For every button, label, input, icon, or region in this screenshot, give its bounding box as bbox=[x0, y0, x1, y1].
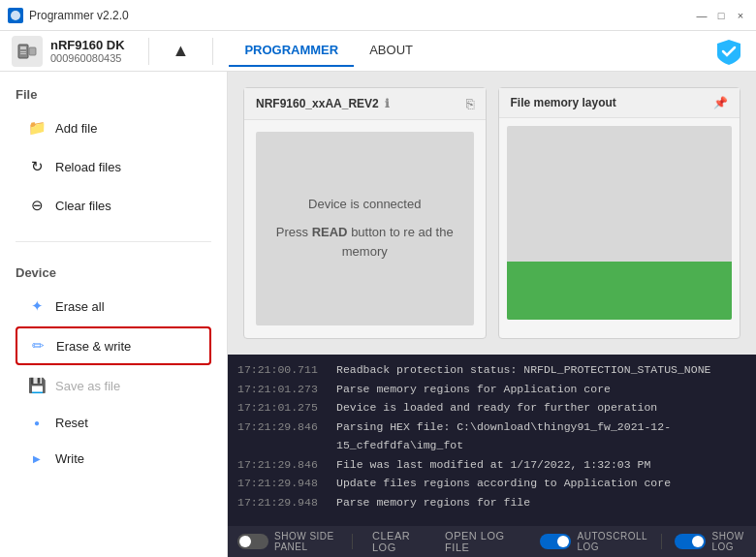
log-line: 17:21:29.846 File was last modified at 1… bbox=[237, 455, 746, 475]
log-time: 17:21:29.948 bbox=[237, 474, 325, 493]
reset-button[interactable]: ● Reset bbox=[16, 406, 211, 440]
pin-icon[interactable]: 📌 bbox=[713, 96, 728, 109]
save-as-file-label: Save as file bbox=[55, 379, 120, 393]
connected-line2: Press READ button to re ad the memory bbox=[256, 223, 474, 263]
autoscroll-toggle[interactable] bbox=[540, 534, 571, 549]
bottom-separator-1 bbox=[352, 534, 353, 549]
log-time: 17:21:01.273 bbox=[237, 380, 325, 399]
log-time: 17:21:01.275 bbox=[237, 398, 325, 418]
clear-log-button[interactable]: CLEAR LOG bbox=[366, 528, 427, 555]
autoscroll-toggle-group: AUTOSCROLL LOG bbox=[540, 531, 646, 552]
log-msg: Device is loaded and ready for further o… bbox=[336, 398, 657, 418]
show-side-panel-toggle-group: SHOW SIDE PANEL bbox=[237, 531, 338, 552]
menu-item-programmer[interactable]: PROGRAMMER bbox=[229, 35, 354, 67]
autoscroll-label: AUTOSCROLL LOG bbox=[577, 531, 646, 552]
erase-write-button[interactable]: ✏ Erase & write bbox=[16, 326, 211, 365]
device-memory-panel: NRF9160_xxAA_REV2 ℹ ⎘ Device is connecte… bbox=[243, 87, 487, 339]
show-side-panel-label: SHOW SIDE PANEL bbox=[274, 531, 338, 552]
device-connected-text: Device is connected Press READ button to… bbox=[256, 195, 474, 263]
erase-write-icon: ✏ bbox=[29, 337, 47, 355]
erase-all-button[interactable]: ✦ Erase all bbox=[16, 288, 211, 325]
svg-rect-5 bbox=[29, 47, 36, 55]
svg-rect-2 bbox=[20, 46, 26, 49]
memory-panels: NRF9160_xxAA_REV2 ℹ ⎘ Device is connecte… bbox=[228, 72, 756, 355]
open-log-file-button[interactable]: OPEN LOG FILE bbox=[439, 528, 517, 555]
show-side-panel-toggle[interactable] bbox=[237, 534, 268, 549]
reset-label: Reset bbox=[55, 416, 88, 430]
device-info: nRF9160 DK 000960080435 bbox=[12, 36, 125, 67]
memory-bar bbox=[507, 262, 733, 320]
device-icon bbox=[12, 36, 43, 67]
log-line: 17:21:01.275 Device is loaded and ready … bbox=[237, 398, 746, 418]
svg-rect-3 bbox=[20, 51, 26, 52]
log-msg: Parsing HEX file: C:\download\thingy91_f… bbox=[336, 418, 746, 455]
erase-all-label: Erase all bbox=[55, 299, 105, 314]
svg-rect-4 bbox=[20, 53, 26, 54]
log-line: 17:21:00.711 Readback protection status:… bbox=[237, 360, 746, 380]
log-time: 17:21:29.846 bbox=[237, 455, 325, 475]
show-log-label: SHOW LOG bbox=[711, 531, 746, 552]
device-panel-header: NRF9160_xxAA_REV2 ℹ ⎘ bbox=[244, 88, 486, 120]
menu-separator-2 bbox=[212, 38, 213, 65]
file-section: File 📁 Add file ↻ Reload files ⊖ Clear f… bbox=[0, 72, 227, 233]
app-title: Programmer v2.2.0 bbox=[29, 9, 129, 22]
add-file-label: Add file bbox=[55, 121, 97, 136]
log-line: 17:21:29.948 Parse memory regions for fi… bbox=[237, 493, 746, 512]
menu-nav: PROGRAMMER ABOUT bbox=[229, 35, 428, 67]
maximize-button[interactable]: □ bbox=[713, 8, 729, 23]
title-bar-controls[interactable]: — □ × bbox=[694, 8, 748, 23]
save-as-file-button[interactable]: 💾 Save as file bbox=[16, 367, 211, 404]
log-area[interactable]: 17:21:00.711 Readback protection status:… bbox=[228, 355, 756, 526]
menu-item-about[interactable]: ABOUT bbox=[354, 35, 428, 67]
title-bar-left: Programmer v2.2.0 bbox=[8, 8, 129, 23]
log-time: 17:21:29.846 bbox=[237, 418, 325, 455]
device-id: 000960080435 bbox=[50, 52, 125, 64]
logo-icon bbox=[713, 36, 744, 67]
autoscroll-toggle-knob bbox=[557, 536, 569, 547]
clear-files-icon: ⊖ bbox=[28, 197, 46, 214]
device-section: Device ✦ Erase all ✏ Erase & write 💾 Sav… bbox=[0, 250, 227, 485]
add-file-icon: 📁 bbox=[28, 119, 46, 137]
log-msg: File was last modified at 1/17/2022, 1:3… bbox=[336, 455, 650, 475]
write-button[interactable]: ▶ Write bbox=[16, 442, 211, 476]
sidebar-divider bbox=[16, 241, 211, 242]
log-msg: Update files regions according to Applic… bbox=[336, 474, 671, 493]
device-panel-title: NRF9160_xxAA_REV2 ℹ bbox=[256, 97, 390, 110]
log-time: 17:21:29.948 bbox=[237, 493, 325, 512]
connected-line1: Device is connected bbox=[256, 195, 474, 215]
reload-files-button[interactable]: ↻ Reload files bbox=[16, 148, 211, 185]
log-line: 17:21:01.273 Parse memory regions for Ap… bbox=[237, 380, 746, 399]
file-section-title: File bbox=[16, 87, 211, 102]
erase-write-label: Erase & write bbox=[56, 339, 131, 354]
info-icon[interactable]: ℹ bbox=[385, 97, 390, 110]
device-name: nRF9160 DK bbox=[50, 38, 125, 52]
log-time: 17:21:00.711 bbox=[237, 360, 325, 380]
app-icon bbox=[8, 8, 23, 23]
copy-icon[interactable]: ⎘ bbox=[466, 96, 474, 111]
file-panel-title: File memory layout bbox=[511, 96, 616, 109]
clear-files-label: Clear files bbox=[55, 199, 111, 213]
menu-separator bbox=[148, 38, 149, 65]
upload-icon[interactable]: ▲ bbox=[173, 41, 190, 61]
device-text: nRF9160 DK 000960080435 bbox=[50, 38, 125, 64]
reload-files-icon: ↻ bbox=[28, 158, 46, 175]
clear-files-button[interactable]: ⊖ Clear files bbox=[16, 187, 211, 224]
file-panel-body bbox=[499, 118, 740, 327]
log-line: 17:21:29.948 Update files regions accord… bbox=[237, 474, 746, 493]
bottom-separator-2 bbox=[661, 534, 662, 549]
add-file-button[interactable]: 📁 Add file bbox=[16, 109, 211, 146]
log-msg: Parse memory regions for file bbox=[336, 493, 530, 512]
minimize-button[interactable]: — bbox=[694, 8, 709, 23]
write-label: Write bbox=[55, 451, 84, 466]
close-button[interactable]: × bbox=[733, 8, 748, 23]
device-panel-body: Device is connected Press READ button to… bbox=[244, 120, 486, 337]
save-as-file-icon: 💾 bbox=[28, 377, 46, 394]
log-msg: Parse memory regions for Application cor… bbox=[336, 380, 611, 399]
title-bar: Programmer v2.2.0 — □ × bbox=[0, 0, 756, 31]
file-memory-visual bbox=[507, 126, 733, 320]
show-log-toggle[interactable] bbox=[675, 534, 706, 549]
content-area: NRF9160_xxAA_REV2 ℹ ⎘ Device is connecte… bbox=[228, 72, 756, 557]
main-layout: File 📁 Add file ↻ Reload files ⊖ Clear f… bbox=[0, 72, 756, 557]
file-panel-header: File memory layout 📌 bbox=[499, 88, 740, 118]
show-log-toggle-knob bbox=[692, 536, 704, 547]
